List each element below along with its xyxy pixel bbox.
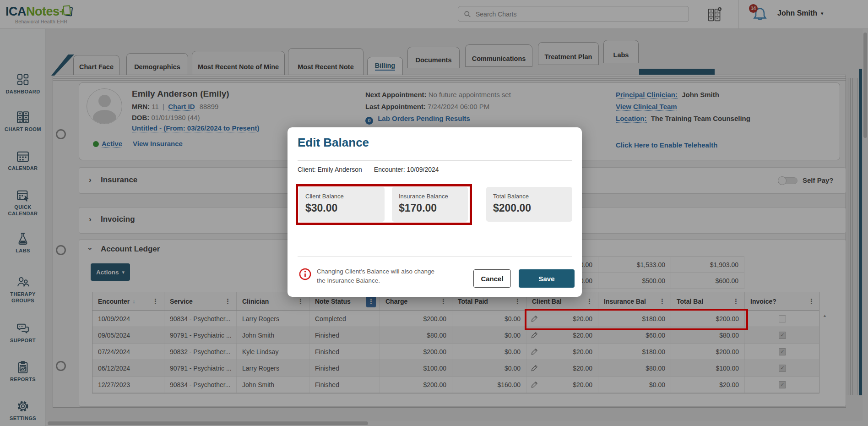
insurance-balance-box[interactable]: Insurance Balance $170.00 (392, 187, 468, 222)
modal-subheader: Client: Emily Anderson Encounter: 10/09/… (298, 166, 439, 173)
modal-title: Edit Balance (298, 136, 369, 150)
warning-info-icon (298, 268, 312, 283)
insurance-balance-value: $170.00 (399, 202, 461, 214)
client-balance-value: $30.00 (305, 202, 378, 214)
client-balance-box[interactable]: Client Balance $30.00 (298, 187, 385, 222)
modal-divider (298, 256, 572, 257)
modal-client: Client: Emily Anderson (298, 166, 362, 173)
app-window: ICANotes+ Behavioral Health EHR 14 (0, 0, 868, 426)
modal-encounter: Encounter: 10/09/2024 (374, 166, 439, 173)
cancel-button[interactable]: Cancel (473, 269, 511, 288)
total-balance-value: $200.00 (493, 202, 565, 214)
save-button[interactable]: Save (519, 269, 575, 288)
warning-text: Changing Client's Balance will also chan… (317, 267, 441, 285)
modal-divider (298, 160, 572, 161)
edit-balance-modal: Edit Balance Client: Emily Anderson Enco… (288, 127, 582, 297)
total-balance-box: Total Balance $200.00 (486, 187, 572, 222)
